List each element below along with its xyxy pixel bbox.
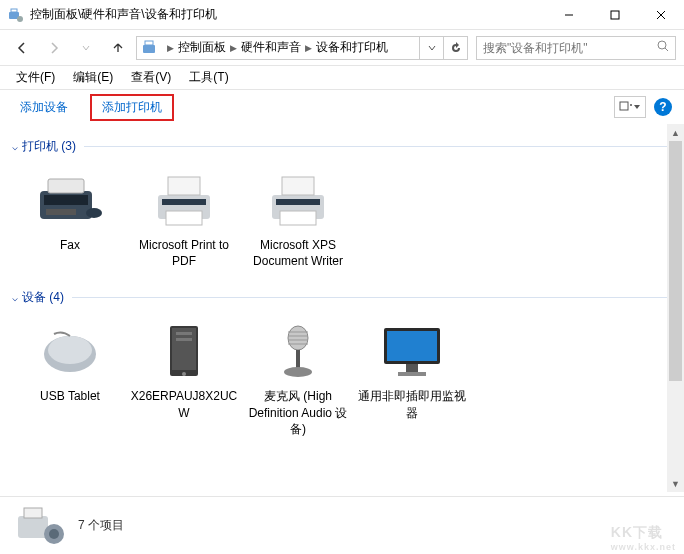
scroll-down-button[interactable]: ▼ — [667, 475, 684, 492]
menu-file[interactable]: 文件(F) — [8, 67, 63, 88]
device-item[interactable]: 麦克风 (High Definition Audio 设备) — [244, 320, 352, 437]
navigation-bar: ▶ 控制面板 ▶ 硬件和声音 ▶ 设备和打印机 — [0, 30, 684, 66]
chevron-right-icon[interactable]: ▶ — [228, 43, 239, 53]
svg-rect-19 — [166, 211, 202, 225]
svg-rect-38 — [398, 372, 426, 376]
menu-bar: 文件(F) 编辑(E) 查看(V) 工具(T) — [0, 66, 684, 90]
search-box[interactable] — [476, 36, 676, 60]
svg-point-26 — [48, 336, 92, 364]
svg-rect-14 — [44, 195, 88, 205]
search-icon — [657, 40, 669, 55]
devices-printers-icon — [8, 7, 24, 23]
device-label: Microsoft Print to PDF — [130, 237, 238, 269]
svg-rect-24 — [276, 199, 320, 205]
svg-line-10 — [665, 48, 668, 51]
chevron-right-icon[interactable]: ▶ — [165, 43, 176, 53]
device-item[interactable]: Microsoft XPS Document Writer — [244, 169, 352, 269]
status-bar: 7 个项目 — [0, 496, 684, 554]
device-item[interactable]: Microsoft Print to PDF — [130, 169, 238, 269]
title-bar: 控制面板\硬件和声音\设备和打印机 — [0, 0, 684, 30]
svg-rect-18 — [168, 177, 200, 195]
add-device-button[interactable]: 添加设备 — [12, 95, 76, 120]
scroll-up-button[interactable]: ▲ — [667, 124, 684, 141]
svg-point-42 — [49, 529, 59, 539]
svg-rect-13 — [48, 179, 84, 193]
svg-rect-11 — [620, 102, 628, 110]
group-header-printers[interactable]: ⌵ 打印机 (3) — [12, 134, 672, 159]
devices-printers-icon — [141, 38, 161, 58]
search-input[interactable] — [483, 41, 657, 55]
divider — [84, 146, 672, 147]
back-button[interactable] — [8, 34, 36, 62]
divider — [72, 297, 672, 298]
refresh-button[interactable] — [443, 37, 467, 59]
up-button[interactable] — [104, 34, 132, 62]
address-bar[interactable]: ▶ 控制面板 ▶ 硬件和声音 ▶ 设备和打印机 — [136, 36, 468, 60]
menu-edit[interactable]: 编辑(E) — [65, 67, 121, 88]
recent-locations-button[interactable] — [72, 34, 100, 62]
device-label: USB Tablet — [40, 388, 100, 404]
svg-rect-8 — [145, 41, 153, 45]
svg-rect-20 — [162, 199, 206, 205]
device-label: Microsoft XPS Document Writer — [244, 237, 352, 269]
forward-button[interactable] — [40, 34, 68, 62]
microphone-icon — [262, 320, 334, 382]
svg-rect-37 — [406, 364, 418, 372]
chevron-right-icon[interactable]: ▶ — [303, 43, 314, 53]
svg-rect-31 — [176, 338, 192, 341]
window-controls — [546, 0, 684, 30]
window-title: 控制面板\硬件和声音\设备和打印机 — [30, 6, 546, 23]
devices-grid: USB Tablet X26ERPAUJ8X2UCW 麦克风 (High Def… — [12, 310, 672, 447]
command-bar: 添加设备 添加打印机 ? — [0, 90, 684, 124]
device-item[interactable]: X26ERPAUJ8X2UCW — [130, 320, 238, 437]
help-button[interactable]: ? — [654, 98, 672, 116]
fax-icon — [34, 169, 106, 231]
printers-grid: Fax Microsoft Print to PDF Microsoft XPS… — [12, 159, 672, 279]
vertical-scrollbar[interactable]: ▲ ▼ — [667, 124, 684, 492]
add-printer-button[interactable]: 添加打印机 — [90, 94, 174, 121]
svg-rect-7 — [143, 45, 155, 53]
svg-point-29 — [182, 372, 186, 376]
printer-icon — [148, 169, 220, 231]
group-title: 打印机 (3) — [22, 138, 76, 155]
status-text: 7 个项目 — [78, 517, 124, 534]
scroll-thumb[interactable] — [669, 141, 682, 381]
svg-rect-40 — [24, 508, 42, 518]
svg-rect-36 — [387, 331, 437, 361]
chevron-down-icon: ⌵ — [12, 292, 18, 303]
svg-point-32 — [288, 326, 308, 350]
device-item[interactable]: 通用非即插即用监视器 — [358, 320, 466, 437]
svg-point-9 — [658, 41, 666, 49]
device-item[interactable]: Fax — [16, 169, 124, 269]
group-title: 设备 (4) — [22, 289, 64, 306]
device-label: X26ERPAUJ8X2UCW — [130, 388, 238, 420]
status-thumbnail-icon — [14, 504, 66, 548]
view-options-button[interactable] — [614, 96, 646, 118]
device-item[interactable]: USB Tablet — [16, 320, 124, 437]
breadcrumb-devices-printers[interactable]: 设备和打印机 — [314, 37, 390, 59]
minimize-button[interactable] — [546, 0, 592, 30]
maximize-button[interactable] — [592, 0, 638, 30]
content-area: ⌵ 打印机 (3) Fax Microsoft Print to PDF Mic… — [0, 124, 684, 492]
breadcrumb-control-panel[interactable]: 控制面板 — [176, 37, 228, 59]
menu-tools[interactable]: 工具(T) — [181, 67, 236, 88]
printer-icon — [262, 169, 334, 231]
svg-rect-30 — [176, 332, 192, 335]
svg-rect-16 — [46, 209, 76, 215]
scroll-track[interactable] — [667, 141, 684, 475]
group-header-devices[interactable]: ⌵ 设备 (4) — [12, 285, 672, 310]
svg-rect-23 — [280, 211, 316, 225]
mouse-icon — [34, 320, 106, 382]
svg-rect-39 — [18, 516, 48, 538]
svg-point-34 — [284, 367, 312, 377]
menu-view[interactable]: 查看(V) — [123, 67, 179, 88]
breadcrumb-hardware-sound[interactable]: 硬件和声音 — [239, 37, 303, 59]
device-label: 麦克风 (High Definition Audio 设备) — [244, 388, 352, 437]
device-label: 通用非即插即用监视器 — [358, 388, 466, 420]
svg-rect-22 — [282, 177, 314, 195]
svg-rect-33 — [296, 350, 300, 368]
close-button[interactable] — [638, 0, 684, 30]
svg-rect-4 — [611, 11, 619, 19]
address-dropdown-button[interactable] — [419, 37, 443, 59]
computer-icon — [148, 320, 220, 382]
